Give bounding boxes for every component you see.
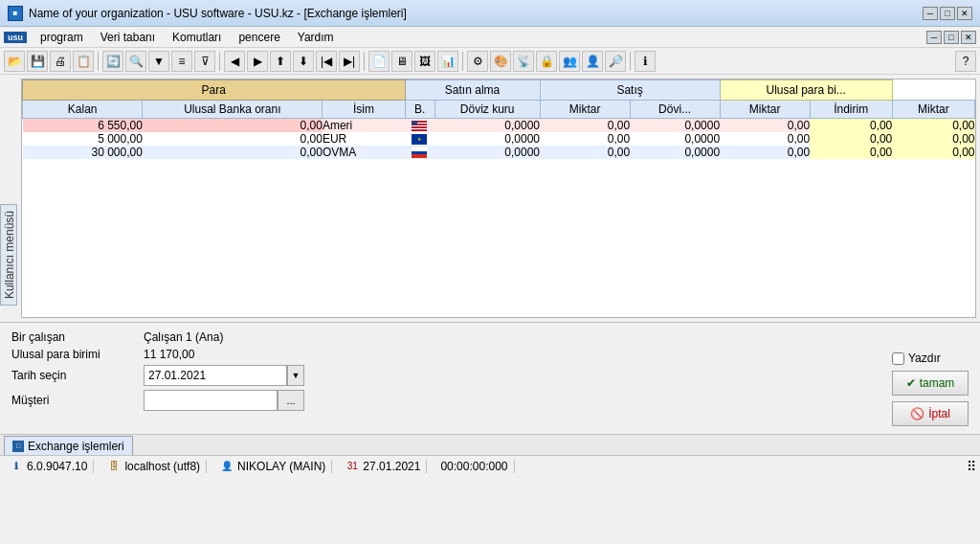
- window-controls: ─ □ ✕: [923, 7, 972, 20]
- yazdir-row: Yazdır: [892, 351, 969, 365]
- col-dovi: Dövi...: [630, 101, 720, 119]
- tb-lock[interactable]: 🔒: [536, 51, 557, 72]
- cell-indirim: 0,00: [810, 146, 892, 159]
- tb-nav-up[interactable]: ⬆: [270, 51, 291, 72]
- tb-color[interactable]: 🎨: [490, 51, 511, 72]
- cell-ulusal-banka: 0,00: [143, 119, 323, 133]
- search-icon: 🔍: [129, 55, 144, 68]
- tb-print[interactable]: 🖨: [50, 51, 71, 72]
- iptal-button[interactable]: 🚫 İptal: [892, 401, 969, 426]
- side-menu-label: Kullanıcı menüsü: [3, 211, 16, 299]
- tb-clipboard[interactable]: 📋: [73, 51, 94, 72]
- menu-minimize-button[interactable]: ─: [926, 31, 942, 44]
- funnel-icon: ⊽: [201, 55, 210, 68]
- cell-kalan: 5 000,00: [23, 132, 143, 146]
- menu-pencere[interactable]: pencere: [231, 29, 287, 46]
- tb-search[interactable]: 🔍: [125, 51, 146, 72]
- last-icon: ▶|: [344, 55, 355, 68]
- tb-user[interactable]: 👤: [582, 51, 603, 72]
- menu-yardim[interactable]: Yardım: [290, 29, 342, 46]
- find-icon: 🔎: [609, 55, 623, 68]
- tb-settings[interactable]: ⚙: [467, 51, 488, 72]
- date-text: 27.01.2021: [363, 460, 420, 473]
- tb-separator-5: [630, 52, 631, 71]
- cell-kalan: 30 000,00: [23, 146, 143, 159]
- table-row[interactable]: 5 000,00 0,00 EUR ★ 0,0000 0,00 0,0000 0…: [23, 132, 975, 146]
- clipboard-icon: 📋: [77, 55, 91, 68]
- bottom-tabs: □ Exchange işlemleri: [0, 434, 980, 455]
- iptal-label: İptal: [928, 407, 950, 420]
- down-icon: ⬇: [299, 55, 308, 68]
- tarih-input[interactable]: [144, 365, 287, 386]
- main-area: Kullanıcı menüsü Para Satın alma Satış: [0, 75, 980, 322]
- col-header-satinalma: Satın alma: [405, 80, 540, 101]
- tb-filter-down[interactable]: ▼: [148, 51, 169, 72]
- col-header-ulusal: Ulusal para bi...: [720, 80, 892, 101]
- tb-save[interactable]: 💾: [27, 51, 48, 72]
- side-menu-tab[interactable]: Kullanıcı menüsü: [0, 204, 17, 306]
- tb-doc1[interactable]: 📄: [368, 51, 390, 72]
- cell-satin-miktar: 0,00: [540, 119, 630, 133]
- cell-flag: [405, 119, 434, 133]
- table-row[interactable]: 30 000,00 0,00 OVMA 0,0000 0,00 0,0000 0…: [23, 146, 975, 159]
- cell-isim: EUR: [323, 132, 405, 146]
- cell-ulusal-banka: 0,00: [143, 132, 323, 146]
- forward-icon: ▶: [254, 55, 262, 68]
- tb-chart[interactable]: 📊: [437, 51, 458, 72]
- tb-filter-all[interactable]: ≡: [171, 51, 192, 72]
- exchange-tab-label: Exchange işlemleri: [28, 440, 124, 453]
- tb-nav-first[interactable]: |◀: [316, 51, 337, 72]
- col-kalan: Kalan: [23, 101, 143, 119]
- yazdir-label: Yazdır: [908, 351, 941, 365]
- tb-help[interactable]: ?: [955, 51, 976, 72]
- cell-satis-miktar: 0,00: [720, 132, 810, 146]
- server-icon: 🗄: [107, 460, 121, 473]
- cell-ulusal-miktar: 0,00: [892, 146, 974, 159]
- first-icon: |◀: [321, 55, 332, 68]
- tb-broadcast[interactable]: 📡: [513, 51, 534, 72]
- filter-all-icon: ≡: [178, 55, 185, 68]
- yazdir-checkbox[interactable]: [892, 352, 904, 365]
- tb-find[interactable]: 🔎: [605, 51, 626, 72]
- tb-monitor[interactable]: 🖥: [391, 51, 412, 72]
- back-icon: ◀: [231, 55, 239, 68]
- info-icon: ℹ: [643, 55, 648, 68]
- form-row-ulusal: Ulusal para birimi 11 170,00: [11, 348, 854, 361]
- tamam-button[interactable]: ✔ tamam: [892, 371, 969, 396]
- tb-refresh[interactable]: 🔄: [102, 51, 123, 72]
- cell-satis-doviz: 0,0000: [630, 132, 720, 146]
- menu-komutlari[interactable]: Komutları: [165, 29, 229, 46]
- menu-veritabani[interactable]: Veri tabanı: [93, 29, 163, 46]
- musteri-input[interactable]: [144, 390, 278, 411]
- cell-isim: Ameri: [323, 119, 405, 133]
- tb-users[interactable]: 👥: [559, 51, 580, 72]
- close-button[interactable]: ✕: [957, 7, 972, 20]
- tb-image[interactable]: 🖼: [414, 51, 435, 72]
- tarih-dropdown-button[interactable]: ▼: [287, 365, 304, 386]
- tb-nav-fwd[interactable]: ▶: [247, 51, 268, 72]
- minimize-button[interactable]: ─: [923, 7, 938, 20]
- menu-program[interactable]: program: [33, 29, 91, 46]
- tb-open-folder[interactable]: 📂: [4, 51, 25, 72]
- menu-close-button[interactable]: ✕: [961, 31, 976, 44]
- doc1-icon: 📄: [372, 55, 387, 68]
- resize-handle[interactable]: ⠿: [967, 459, 976, 474]
- tb-info[interactable]: ℹ: [635, 51, 656, 72]
- menu-restore-button[interactable]: □: [944, 31, 959, 44]
- tb-funnel[interactable]: ⊽: [194, 51, 215, 72]
- form-row-musteri: Müşteri ...: [11, 390, 854, 411]
- bir-calisan-label: Bir çalışan: [11, 330, 136, 344]
- tb-nav-back[interactable]: ◀: [224, 51, 245, 72]
- table-row[interactable]: 6 550,00 0,00 Ameri 0,0000 0,00 0,0000 0…: [23, 119, 975, 133]
- tb-nav-down[interactable]: ⬇: [293, 51, 314, 72]
- tb-separator-1: [98, 52, 99, 71]
- exchange-tab[interactable]: □ Exchange işlemleri: [4, 436, 133, 455]
- server-text: localhost (utf8): [124, 460, 200, 473]
- musteri-ellipsis-button[interactable]: ...: [278, 390, 304, 411]
- window-title: Name of your organization - USU software…: [29, 7, 407, 20]
- save-icon: 💾: [31, 55, 45, 68]
- maximize-button[interactable]: □: [940, 7, 955, 20]
- tb-nav-last[interactable]: ▶|: [339, 51, 360, 72]
- cell-satis-miktar: 0,00: [720, 146, 810, 159]
- check-icon: ✔: [906, 376, 916, 390]
